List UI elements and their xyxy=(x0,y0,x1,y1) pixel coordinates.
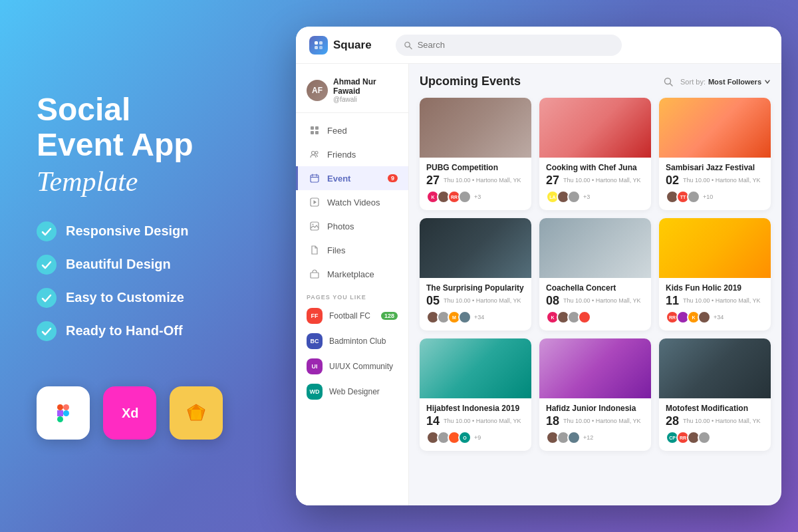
attendee-count: +34 xyxy=(474,314,484,321)
event-card[interactable]: The Surprising Popularity 05 Thu 10.00 •… xyxy=(420,218,531,331)
app-logo: Square xyxy=(309,36,372,55)
check-icon-2 xyxy=(37,255,57,275)
event-card[interactable]: Hafidz Junior Indonesia 18 Thu 10.00 • H… xyxy=(539,338,651,451)
events-grid: PUBG Competition 27 Thu 10.00 • Hartono … xyxy=(420,98,771,451)
event-image xyxy=(659,218,771,278)
event-info: PUBG Competition 27 Thu 10.00 • Hartono … xyxy=(420,158,531,210)
sidebar-item-photos[interactable]: Photos xyxy=(296,214,408,238)
event-attendees: KRR+3 xyxy=(426,190,525,203)
event-details: Thu 10.00 • Hartono Mall, YK xyxy=(563,297,641,305)
event-info: Coachella Concert 08 Thu 10.00 • Hartono… xyxy=(539,278,651,331)
event-details: Thu 10.00 • Hartono Mall, YK xyxy=(444,297,521,305)
event-img-placeholder xyxy=(420,218,531,278)
event-card[interactable]: Coachella Concert 08 Thu 10.00 • Hartono… xyxy=(539,218,651,331)
search-input[interactable] xyxy=(418,40,614,50)
page-avatar-uiux: UI xyxy=(307,358,323,374)
sidebar-item-label: Photos xyxy=(327,221,354,231)
events-area: Upcoming Events Sort by: Most Followers … xyxy=(409,64,781,505)
event-img-placeholder xyxy=(539,338,651,398)
events-controls: Sort by: Most Followers xyxy=(663,76,771,87)
event-attendees: CPRR xyxy=(666,431,764,444)
event-details: Thu 10.00 • Hartono Mall, YK xyxy=(563,417,641,426)
sketch-icon xyxy=(170,386,223,440)
figma-icon xyxy=(37,386,90,440)
sort-control[interactable]: Sort by: Most Followers xyxy=(680,78,771,86)
page-label: Badminton Club xyxy=(329,336,386,346)
event-image xyxy=(539,218,651,278)
event-info: Hijabfest Indonesia 2019 14 Thu 10.00 • … xyxy=(420,398,531,451)
attendee-avatar: O xyxy=(458,431,471,444)
svg-rect-0 xyxy=(57,404,63,410)
event-attendees: O+9 xyxy=(426,431,525,444)
svg-rect-3 xyxy=(57,416,63,422)
svg-text:Xd: Xd xyxy=(122,406,139,420)
event-image xyxy=(420,218,531,278)
event-date-row: 08 Thu 10.00 • Hartono Mall, YK xyxy=(546,295,644,307)
page-avatar-football: FF xyxy=(307,308,323,324)
event-date-row: 27 Thu 10.00 • Hartono Mall, YK xyxy=(426,174,525,186)
profile-info: Ahmad Nur Fawaid @fawali xyxy=(333,77,398,103)
event-name: Hafidz Junior Indonesia xyxy=(546,404,644,413)
attendee-count: +9 xyxy=(474,434,481,441)
page-item-football[interactable]: FF Football FC 128 xyxy=(296,303,408,329)
svg-rect-12 xyxy=(319,41,323,45)
pages-section-label: PAGES YOU LIKE xyxy=(296,286,408,303)
page-item-uiux[interactable]: UI UI/UX Community xyxy=(296,354,408,379)
event-card[interactable]: Kids Fun Holic 2019 11 Thu 10.00 • Harto… xyxy=(659,218,771,331)
events-title: Upcoming Events xyxy=(420,74,521,88)
event-attendees: +12 xyxy=(546,431,644,444)
search-icon-small[interactable] xyxy=(663,76,674,87)
app-window: Square AF Ahmad Nur Fawaid @fawali xyxy=(296,27,781,505)
event-info: The Surprising Popularity 05 Thu 10.00 •… xyxy=(420,278,531,331)
page-avatar-badminton: BC xyxy=(307,333,323,349)
event-img-placeholder xyxy=(659,98,771,158)
event-img-placeholder xyxy=(420,338,531,398)
feature-easy: Easy to Customize xyxy=(37,288,263,308)
event-date-row: 02 Thu 10.00 • Hartono Mall, YK xyxy=(666,174,764,186)
event-card[interactable]: PUBG Competition 27 Thu 10.00 • Hartono … xyxy=(420,98,531,210)
page-item-badminton[interactable]: BC Badminton Club xyxy=(296,329,408,354)
event-day: 18 xyxy=(546,415,559,427)
event-card[interactable]: Hijabfest Indonesia 2019 14 Thu 10.00 • … xyxy=(420,338,531,451)
chevron-down-icon xyxy=(764,78,771,85)
page-label: Web Designer xyxy=(329,387,380,396)
attendee-avatar xyxy=(567,431,581,444)
svg-line-16 xyxy=(409,46,412,49)
svg-marker-28 xyxy=(314,200,317,204)
calendar-icon xyxy=(309,172,321,184)
event-details: Thu 10.00 • Hartono Mall, YK xyxy=(444,417,521,426)
sidebar-item-label: Event xyxy=(327,174,350,184)
event-day: 11 xyxy=(666,295,679,307)
sidebar-item-label: Feed xyxy=(327,126,347,136)
avatar: AF xyxy=(307,80,328,101)
sidebar-item-label: Files xyxy=(327,245,345,255)
search-bar[interactable] xyxy=(396,35,622,56)
app-name: Square xyxy=(333,39,372,52)
svg-rect-31 xyxy=(311,273,319,278)
event-info: Motofest Modification 28 Thu 10.00 • Har… xyxy=(659,398,771,451)
sidebar-item-files[interactable]: Files xyxy=(296,238,408,262)
event-card[interactable]: Motofest Modification 28 Thu 10.00 • Har… xyxy=(659,338,771,451)
attendee-count: +3 xyxy=(474,194,481,200)
event-date-row: 18 Thu 10.00 • Hartono Mall, YK xyxy=(546,415,644,427)
event-date-row: 27 Thu 10.00 • Hartono Mall, YK xyxy=(546,174,644,186)
page-item-webdesign[interactable]: WD Web Designer xyxy=(296,379,408,404)
event-name: Cooking with Chef Juna xyxy=(546,163,644,172)
event-card[interactable]: Cooking with Chef Juna 27 Thu 10.00 • Ha… xyxy=(539,98,651,210)
event-details: Thu 10.00 • Hartono Mall, YK xyxy=(683,297,761,305)
sidebar-item-marketplace[interactable]: Marketplace xyxy=(296,262,408,286)
sidebar-item-watch[interactable]: Watch Videos xyxy=(296,190,408,214)
event-img-placeholder xyxy=(539,98,651,158)
event-day: 27 xyxy=(426,174,440,186)
attendee-avatar xyxy=(567,190,581,203)
check-icon-3 xyxy=(37,288,57,308)
check-icon xyxy=(37,221,57,241)
svg-rect-2 xyxy=(57,410,63,416)
sidebar-item-friends[interactable]: Friends xyxy=(296,142,408,166)
event-card[interactable]: Sambisari Jazz Festival 02 Thu 10.00 • H… xyxy=(659,98,771,210)
sidebar-item-feed[interactable]: Feed xyxy=(296,118,408,142)
event-day: 28 xyxy=(666,415,679,427)
sidebar-item-event[interactable]: Event 9 xyxy=(296,166,408,190)
event-img-placeholder xyxy=(659,218,771,278)
event-image xyxy=(539,98,651,158)
